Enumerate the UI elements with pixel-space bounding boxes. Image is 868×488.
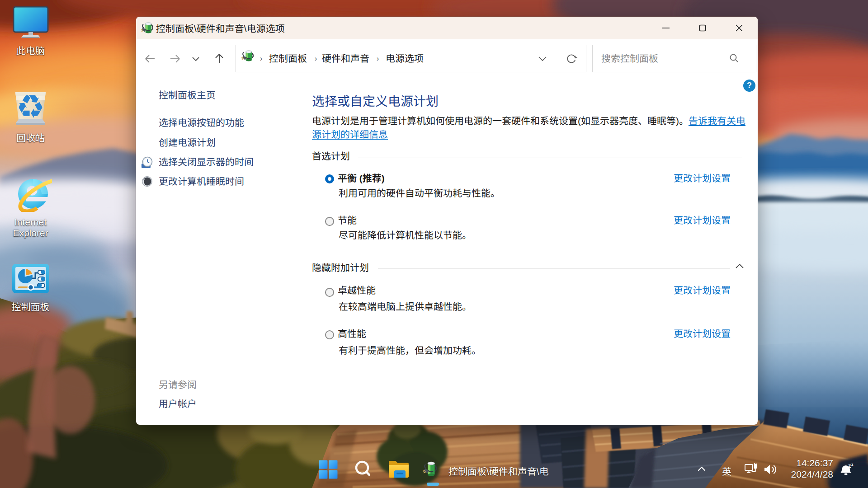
- svg-text:♻: ♻: [19, 89, 43, 122]
- svg-text:z: z: [851, 463, 854, 467]
- svg-text:z: z: [848, 463, 851, 469]
